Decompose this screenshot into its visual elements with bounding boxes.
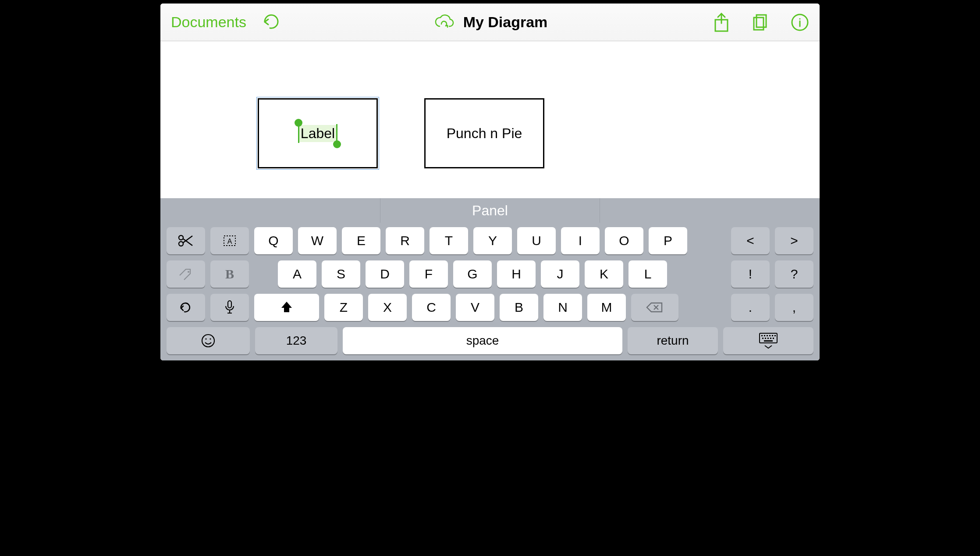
key-period[interactable]: . [731,294,770,321]
selection-handle-left[interactable] [298,124,299,143]
shift-key[interactable] [254,294,319,321]
key-w[interactable]: W [298,227,337,254]
key-v[interactable]: V [456,294,494,321]
key-t[interactable]: T [430,227,468,254]
app-window: Documents My Diagram [157,0,823,364]
cloud-sync-icon[interactable] [433,13,455,32]
select-all-key[interactable]: A [210,227,249,254]
key-comma[interactable]: , [775,294,813,321]
svg-rect-2 [754,18,763,30]
key-row-1: A Q W E R T Y U I O P < > [167,227,813,254]
svg-rect-22 [765,338,766,339]
shape-label: Punch n Pie [447,125,522,142]
share-button[interactable] [713,12,730,33]
key-i[interactable]: I [561,227,600,254]
space-key[interactable]: space [343,327,622,354]
return-key[interactable]: return [628,327,718,354]
svg-rect-26 [764,340,773,342]
svg-rect-17 [767,335,768,336]
key-d[interactable]: D [366,260,404,288]
svg-rect-20 [774,335,776,336]
cloud-icon [433,13,455,32]
svg-rect-1 [756,15,766,27]
key-row-3: Z X C V B N M . , [167,294,813,321]
key-o[interactable]: O [605,227,643,254]
share-icon [713,12,730,33]
tag-icon [178,267,194,281]
suggestion-bar: Panel [160,198,820,223]
key-exclamation[interactable]: ! [731,260,770,288]
numbers-key[interactable]: 123 [255,327,337,354]
key-m[interactable]: M [587,294,626,321]
row-indent [254,260,273,288]
select-text-icon: A [221,234,238,247]
shape-rectangle[interactable]: Punch n Pie [424,98,544,168]
key-q[interactable]: Q [254,227,293,254]
key-a[interactable]: A [278,260,316,288]
key-question[interactable]: ? [775,260,813,288]
backspace-key[interactable] [631,294,678,321]
backspace-icon [646,301,664,314]
format-key[interactable] [167,260,205,288]
key-left-bracket[interactable]: < [731,227,770,254]
svg-point-4 [799,18,800,19]
key-h[interactable]: H [497,260,536,288]
info-button[interactable] [791,13,809,32]
info-icon [791,13,809,32]
scissors-icon [178,234,194,247]
shape-label: Label [301,125,335,141]
svg-point-13 [209,338,211,339]
key-p[interactable]: P [649,227,687,254]
svg-rect-23 [767,338,769,339]
key-y[interactable]: Y [473,227,512,254]
stack-icon [750,13,771,32]
bold-key[interactable]: B [210,260,249,288]
svg-rect-16 [764,335,765,336]
text-edit-selection[interactable]: Label [299,125,337,142]
key-r[interactable]: R [386,227,424,254]
key-g[interactable]: G [453,260,492,288]
key-x[interactable]: X [368,294,407,321]
canvases-button[interactable] [750,13,771,32]
documents-button[interactable]: Documents [171,14,246,31]
toolbar-center: My Diagram [341,13,639,32]
shape-rectangle[interactable]: Label [258,98,378,168]
svg-rect-19 [772,335,773,336]
key-z[interactable]: Z [324,294,363,321]
shift-icon [280,301,293,314]
canvas[interactable]: Label Punch n Pie [160,41,820,198]
emoji-key[interactable] [167,327,250,354]
svg-rect-25 [773,338,774,339]
microphone-icon [224,300,235,315]
key-j[interactable]: J [541,260,579,288]
cut-key[interactable] [167,227,205,254]
undo-key[interactable] [167,294,205,321]
document-title: My Diagram [463,14,548,31]
key-e[interactable]: E [342,227,380,254]
suggestion-slot[interactable] [160,198,380,223]
key-n[interactable]: N [543,294,582,321]
dismiss-keyboard-icon [758,332,779,349]
key-c[interactable]: C [412,294,451,321]
svg-rect-15 [761,335,763,336]
key-right-bracket[interactable]: > [775,227,813,254]
key-row-4: 123 space return [167,327,813,354]
key-k[interactable]: K [585,260,623,288]
svg-rect-24 [770,338,771,339]
dismiss-keyboard-key[interactable] [723,327,813,354]
key-s[interactable]: S [322,260,360,288]
dictation-key[interactable] [210,294,249,321]
key-l[interactable]: L [628,260,667,288]
suggestion-slot[interactable]: Panel [380,198,600,223]
undo-button[interactable] [262,13,282,32]
svg-rect-21 [762,338,763,339]
key-f[interactable]: F [409,260,448,288]
key-b[interactable]: B [500,294,538,321]
suggestion-slot[interactable] [600,198,820,223]
keyboard-keys: A Q W E R T Y U I O P < > [160,223,820,360]
selection-handle-start[interactable] [295,119,302,127]
selection-handle-end[interactable] [333,140,341,148]
toolbar-left: Documents [171,13,329,32]
key-u[interactable]: U [517,227,556,254]
svg-rect-18 [769,335,771,336]
